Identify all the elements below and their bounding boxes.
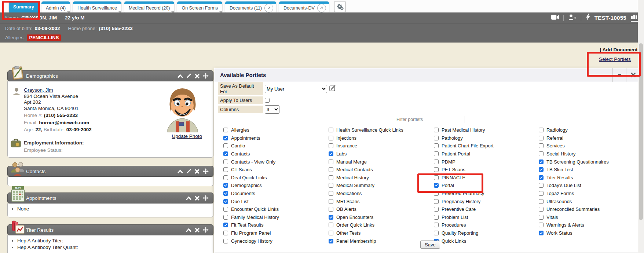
unchecked-checkbox[interactable] <box>434 136 439 140</box>
portlet-option[interactable]: Gynecology History <box>223 237 279 245</box>
portlet-option[interactable]: Pregnancy History <box>434 197 494 205</box>
save-button[interactable]: Save <box>420 241 440 249</box>
move-icon[interactable] <box>203 168 209 174</box>
tab-health-surveillance[interactable]: Health Surveillance <box>73 1 121 12</box>
unchecked-checkbox[interactable] <box>434 160 439 164</box>
unchecked-checkbox[interactable] <box>539 183 544 188</box>
unchecked-checkbox[interactable] <box>434 231 439 235</box>
portlet-option[interactable]: Flu Program Panel <box>223 229 279 237</box>
unchecked-checkbox[interactable] <box>539 223 544 227</box>
contacts-portlet-header[interactable]: Contacts <box>7 166 213 177</box>
portlet-option[interactable]: Preferred Pharmacy <box>434 190 494 198</box>
portlet-option[interactable]: Medical Contacts <box>329 166 403 174</box>
unchecked-checkbox[interactable] <box>223 239 228 243</box>
portlet-option[interactable]: Insurance <box>329 142 403 150</box>
portlet-option[interactable]: Appointments <box>223 134 279 142</box>
portlet-option[interactable]: Health Surveillance Quick Links <box>329 126 403 134</box>
portlet-option[interactable]: Allergies <box>223 126 279 134</box>
portlet-option[interactable]: Contacts - View Only <box>223 158 279 166</box>
portlet-option[interactable]: Topaz Forms <box>539 190 609 198</box>
move-icon[interactable] <box>203 227 209 233</box>
tab-documents[interactable]: Documents (11) <box>225 1 276 12</box>
portlet-option[interactable]: Panel Membership <box>329 237 403 245</box>
portlet-option[interactable]: Encounter Quick Links <box>223 205 279 213</box>
portlet-option[interactable]: Cardio <box>223 142 279 150</box>
collapse-icon[interactable] <box>178 74 183 78</box>
unchecked-checkbox[interactable] <box>329 143 333 148</box>
checked-checkbox[interactable] <box>539 231 544 235</box>
portlet-option[interactable]: TB Skin Test <box>539 166 609 174</box>
dialog-titlebar[interactable]: Available Portlets <box>214 68 640 82</box>
portlet-option[interactable]: Contacts <box>223 150 279 158</box>
collapse-icon[interactable] <box>186 228 191 232</box>
portlet-option[interactable]: Due List <box>223 197 279 205</box>
unchecked-checkbox[interactable] <box>434 167 439 172</box>
unchecked-checkbox[interactable] <box>329 183 333 188</box>
portlet-option[interactable]: Demographics <box>223 182 279 190</box>
portlet-option[interactable]: Social History <box>539 150 609 158</box>
vertical-scrollbar[interactable] <box>638 0 644 253</box>
move-icon[interactable] <box>203 195 209 201</box>
tab-settings-gear-icon[interactable] <box>334 1 346 12</box>
portlet-option[interactable]: Quick Links <box>434 237 494 245</box>
move-icon[interactable] <box>203 73 209 79</box>
unchecked-checkbox[interactable] <box>539 143 544 148</box>
checked-checkbox[interactable] <box>223 136 228 140</box>
checked-checkbox[interactable] <box>223 199 228 204</box>
portlet-option[interactable]: Other Tests <box>329 229 403 237</box>
tab-on-screen-forms[interactable]: On Screen Forms <box>177 1 222 12</box>
unchecked-checkbox[interactable] <box>434 175 439 180</box>
save-as-default-select[interactable]: My User <box>265 85 327 93</box>
portlet-option[interactable]: Procedures <box>434 221 494 229</box>
portlet-option[interactable]: Unreconciled Summaries <box>539 205 609 213</box>
portlet-option[interactable]: Services <box>539 142 609 150</box>
unchecked-checkbox[interactable] <box>223 128 228 132</box>
unchecked-checkbox[interactable] <box>329 191 333 196</box>
close-icon[interactable] <box>195 74 200 78</box>
unchecked-checkbox[interactable] <box>539 199 544 204</box>
portlet-option[interactable]: PET Scans <box>434 166 494 174</box>
portlet-option[interactable]: Pathology <box>434 134 494 142</box>
unchecked-checkbox[interactable] <box>539 128 544 132</box>
unchecked-checkbox[interactable] <box>223 207 228 212</box>
unchecked-checkbox[interactable] <box>223 143 228 148</box>
unchecked-checkbox[interactable] <box>329 128 333 132</box>
portlet-option[interactable]: PDMP <box>434 158 494 166</box>
unchecked-checkbox[interactable] <box>434 199 439 204</box>
titer-portlet-header[interactable]: Titer Results <box>7 224 213 235</box>
portlet-option[interactable]: Titer Results <box>539 174 609 182</box>
tab-medical-record[interactable]: Medical Record (20) <box>124 1 175 12</box>
portlet-option[interactable]: Injections <box>329 134 403 142</box>
portlet-option[interactable]: Medical History <box>329 174 403 182</box>
filter-portlets-input[interactable] <box>394 116 465 123</box>
portlet-option[interactable]: Problem List <box>434 213 494 221</box>
tab-admin[interactable]: Admin (4) <box>41 1 70 12</box>
unchecked-checkbox[interactable] <box>434 128 439 132</box>
unchecked-checkbox[interactable] <box>329 207 333 212</box>
portlet-option[interactable]: Labs <box>329 150 403 158</box>
unchecked-checkbox[interactable] <box>329 231 333 235</box>
add-person-icon[interactable] <box>568 14 577 22</box>
close-icon[interactable] <box>195 228 200 232</box>
unchecked-checkbox[interactable] <box>223 167 228 172</box>
unchecked-checkbox[interactable] <box>434 215 439 220</box>
unchecked-checkbox[interactable] <box>329 199 333 204</box>
checked-checkbox[interactable] <box>329 151 333 156</box>
scrollbar-thumb[interactable] <box>639 43 643 220</box>
patient-name-link[interactable]: Grayson, Jim <box>24 87 53 93</box>
portlet-option[interactable]: TB Screening Questionnaires <box>539 158 609 166</box>
portlet-option[interactable]: Warnings & Alerts <box>539 221 609 229</box>
portlet-option[interactable]: Fit Test Results <box>223 221 279 229</box>
unchecked-checkbox[interactable] <box>539 207 544 212</box>
allergy-badge[interactable]: PENICILLINS <box>27 34 61 41</box>
open-new-window-icon[interactable] <box>317 4 326 12</box>
portlet-option[interactable]: Documents <box>223 190 279 198</box>
checked-checkbox[interactable] <box>434 183 439 188</box>
appointments-portlet-header[interactable]: MAY Appointments <box>7 192 213 203</box>
portlet-option[interactable]: Deal Quick Links <box>223 174 279 182</box>
video-camera-icon[interactable] <box>551 15 559 21</box>
portlet-option[interactable]: Vitals <box>539 213 609 221</box>
unchecked-checkbox[interactable] <box>223 215 228 220</box>
portlet-option[interactable]: OB Alerts <box>329 205 403 213</box>
portlet-option[interactable]: Medications <box>329 190 403 198</box>
